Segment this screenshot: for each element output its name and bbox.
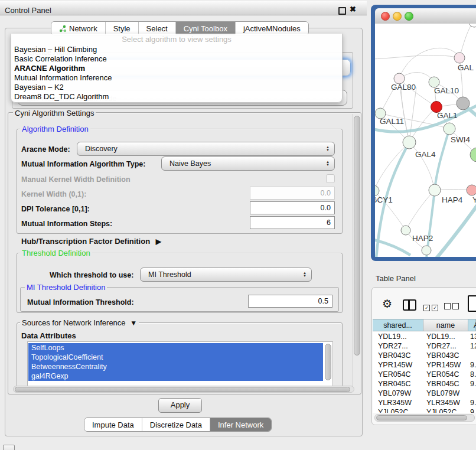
table-row[interactable]: YDR27...YDR27...12 bbox=[373, 341, 476, 351]
column-header-shared[interactable]: shared... bbox=[373, 319, 423, 331]
mi-steps-label: Mutual Information Steps: bbox=[21, 220, 112, 228]
tab-network-label: Network bbox=[69, 24, 97, 33]
tab-infer-network[interactable]: Infer Network bbox=[210, 418, 271, 431]
dpi-tolerance-field[interactable]: 0.0 bbox=[250, 201, 335, 214]
table-row[interactable]: YER054CYER054C8. bbox=[373, 370, 476, 379]
data-attributes-list[interactable]: SelfLoops TopologicalCoefficient Between… bbox=[27, 341, 333, 386]
network-node-hap4[interactable] bbox=[429, 184, 441, 196]
table-hscrollbar[interactable] bbox=[374, 414, 475, 422]
table-hscrollbar-thumb[interactable] bbox=[376, 415, 467, 420]
float-window-icon[interactable] bbox=[338, 7, 346, 15]
tab-discretize-data-label: Discretize Data bbox=[150, 420, 202, 429]
tab-style[interactable]: Style bbox=[105, 22, 138, 35]
sources-section[interactable]: Sources for Network Inference ▼ bbox=[20, 318, 139, 327]
tab-network[interactable]: Network bbox=[51, 22, 105, 35]
settings-scrollbar-thumb[interactable] bbox=[354, 116, 360, 356]
column-header-partial[interactable]: A bbox=[468, 319, 476, 331]
table-row[interactable]: YBL079WYBL079W bbox=[373, 389, 476, 398]
tab-select[interactable]: Select bbox=[138, 22, 175, 35]
table-row[interactable]: YBR045CYBR045C9. bbox=[373, 379, 476, 389]
sources-hscrollbar[interactable] bbox=[13, 386, 354, 393]
node-label: HAP2 bbox=[412, 234, 433, 243]
close-icon[interactable]: ✖ bbox=[350, 5, 356, 14]
tab-select-label: Select bbox=[146, 24, 168, 33]
dropdown-item-mutual-information[interactable]: Mutual Information Inference bbox=[11, 73, 342, 83]
list-item[interactable]: BetweennessCentrality bbox=[28, 362, 323, 371]
dropdown-item-dream8[interactable]: Dream8 DC_TDC Algorithm bbox=[11, 92, 342, 102]
dropdown-item-aracne[interactable]: ARACNE Algorithm bbox=[11, 64, 342, 73]
mi-threshold-field[interactable]: 0.5 bbox=[248, 295, 332, 308]
apply-button[interactable]: Apply bbox=[158, 398, 202, 413]
network-canvas[interactable]: GAL GAL80 GAL10 GAL1 GAL11 SWI4 GAL4 GCY… bbox=[375, 24, 476, 257]
attributes-scrollbar-thumb[interactable] bbox=[325, 344, 331, 380]
hub-definition-label: Hub/Transcription Factor Definition bbox=[21, 237, 150, 246]
zoom-traffic-light-icon[interactable] bbox=[405, 12, 413, 21]
close-traffic-light-icon[interactable] bbox=[381, 12, 390, 21]
network-node-swi4[interactable] bbox=[444, 123, 455, 135]
mi-type-combobox[interactable]: Naive Bayes ▲▼ bbox=[161, 156, 335, 171]
aracne-mode-label: Aracne Mode: bbox=[21, 145, 70, 154]
network-node-green[interactable] bbox=[470, 148, 476, 162]
dropdown-item-bayesian-k2[interactable]: Bayesian – K2 bbox=[11, 83, 342, 92]
network-node-hap2[interactable] bbox=[401, 226, 410, 235]
table-body[interactable]: YDL19...YDL19...13 YDR27...YDR27...12 YB… bbox=[373, 332, 476, 413]
node-label: GAL4 bbox=[415, 150, 436, 159]
network-node-gcy1[interactable] bbox=[375, 185, 379, 196]
hub-definition-section[interactable]: Hub/Transcription Factor Definition ▶ bbox=[21, 237, 161, 246]
tab-cyni-toolbox[interactable]: Cyni Toolbox bbox=[175, 22, 235, 35]
table-row[interactable]: YBR043CYBR043C bbox=[373, 351, 476, 360]
kernel-width-field[interactable]: 0.0 bbox=[250, 187, 335, 200]
gear-icon[interactable]: ⚙ bbox=[382, 297, 392, 311]
network-icon bbox=[59, 25, 67, 32]
network-node-gray[interactable] bbox=[457, 97, 470, 110]
combo-spinner-icon: ▲▼ bbox=[303, 272, 307, 278]
deselect-all-checkboxes-icon[interactable] bbox=[444, 301, 461, 312]
settings-scrollbar[interactable] bbox=[353, 114, 360, 392]
list-item[interactable]: SelfLoops bbox=[28, 343, 323, 353]
network-window-titlebar[interactable] bbox=[375, 8, 476, 24]
list-item[interactable]: gal4RGexp bbox=[28, 371, 323, 381]
tab-discretize-data[interactable]: Discretize Data bbox=[142, 418, 210, 431]
table-row[interactable]: YJL052CYJL052C9 bbox=[373, 407, 476, 413]
threshold-definition-title: Threshold Definition bbox=[20, 249, 92, 257]
column-header-name[interactable]: name bbox=[423, 319, 468, 331]
manual-kernel-label: Manual Kernel Width Definition bbox=[21, 175, 131, 184]
tab-jactivemnodules-label: jActiveMNodules bbox=[243, 24, 301, 33]
table-panel-title: Table Panel bbox=[376, 274, 416, 283]
dock-panel-icon[interactable] bbox=[3, 445, 15, 450]
manual-kernel-checkbox[interactable] bbox=[326, 174, 335, 183]
table-row[interactable]: YDL19...YDL19...13 bbox=[373, 332, 476, 341]
columns-icon[interactable] bbox=[403, 299, 416, 311]
dropdown-item-bayesian-hill-climbing[interactable]: Bayesian – Hill Climbing bbox=[11, 45, 342, 54]
select-all-checkboxes-icon[interactable]: ✓✓ bbox=[423, 301, 440, 312]
network-node-gal[interactable] bbox=[454, 53, 465, 63]
combo-spinner-icon: ▲▼ bbox=[326, 161, 330, 167]
mi-steps-field[interactable]: 6 bbox=[250, 216, 335, 229]
minimize-traffic-light-icon[interactable] bbox=[393, 12, 402, 21]
which-threshold-combobox[interactable]: MI Threshold ▲▼ bbox=[140, 268, 312, 282]
node-label: SWI4 bbox=[451, 135, 470, 144]
network-node-salmon[interactable] bbox=[467, 185, 476, 195]
node-label: GAL80 bbox=[391, 83, 416, 92]
mi-threshold-group-title: MI Threshold Definition bbox=[25, 283, 107, 292]
tab-jactivemnodules[interactable]: jActiveMNodules bbox=[235, 22, 308, 35]
dropdown-item-basic-correlation[interactable]: Basic Correlation Inference bbox=[11, 54, 342, 64]
algorithm-dropdown-popup: Select algorithm to view settings Bayesi… bbox=[11, 34, 343, 103]
network-graph[interactable]: GAL GAL80 GAL10 GAL1 GAL11 SWI4 GAL4 GCY… bbox=[375, 24, 476, 257]
network-node-gal4[interactable] bbox=[403, 136, 416, 149]
which-threshold-label: Which threshold to use: bbox=[50, 271, 133, 279]
combo-spinner-icon: ▲▼ bbox=[326, 146, 330, 152]
sources-hscrollbar-thumb[interactable] bbox=[15, 387, 350, 392]
list-item[interactable]: TopologicalCoefficient bbox=[28, 353, 323, 362]
node-label: GCY1 bbox=[375, 195, 393, 204]
table-row[interactable]: YPR145WYPR145W9. bbox=[373, 360, 476, 370]
bottom-tabbar: Impute Data Discretize Data Infer Networ… bbox=[84, 418, 272, 432]
new-table-icon[interactable] bbox=[468, 295, 476, 312]
tab-impute-data[interactable]: Impute Data bbox=[84, 418, 142, 431]
table-row[interactable]: YLR345WYLR345W9. bbox=[373, 398, 476, 407]
control-panel-title: Control Panel bbox=[5, 6, 51, 15]
aracne-mode-combobox[interactable]: Discovery ▲▼ bbox=[77, 142, 335, 156]
algorithm-dropdown-placeholder: Select algorithm to view settings bbox=[11, 35, 342, 44]
node-label: HAP4 bbox=[442, 195, 463, 204]
network-node[interactable] bbox=[422, 246, 431, 255]
